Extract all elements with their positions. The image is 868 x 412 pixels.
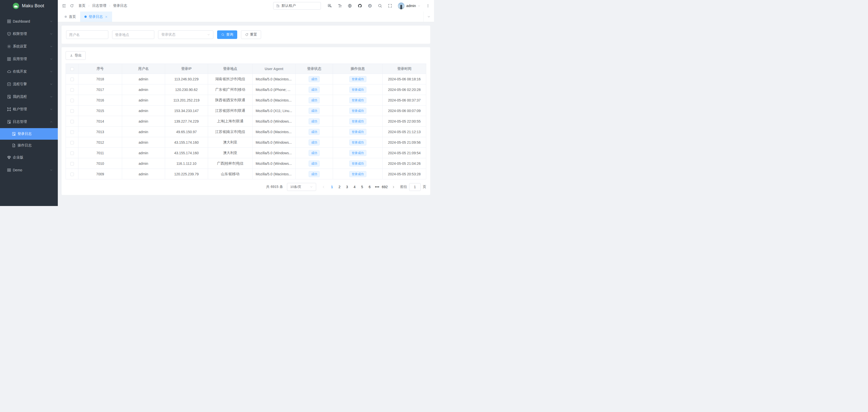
operation-badge: 登录成功 [349, 171, 366, 177]
query-button[interactable]: 查询 [217, 30, 237, 39]
font-size-icon[interactable] [338, 3, 342, 8]
github-icon[interactable] [358, 3, 362, 8]
page-number[interactable]: 6 [366, 183, 373, 191]
more-vertical-icon[interactable] [426, 4, 430, 8]
globe-icon[interactable] [347, 3, 352, 8]
page-size-select[interactable]: 10条/页 [287, 183, 316, 191]
sidebar-item-system-settings[interactable]: 系统设置 [0, 40, 58, 53]
sidebar-item-online-dev[interactable]: 在线开发 [0, 65, 58, 78]
cell-ip: 113.201.252.219 [165, 95, 208, 105]
cell-user-agent: Mozilla/5.0 (Macintos... [253, 169, 296, 179]
column-header: 操作信息 [333, 64, 382, 74]
tab-label: 登录日志 [89, 14, 103, 19]
breadcrumb-item[interactable]: 日志管理 [92, 3, 106, 8]
page-number[interactable]: 2 [336, 183, 343, 191]
sidebar: Maku Boot Dashboard权限管理系统设置应用管理在线开发流程引擎我… [0, 0, 58, 206]
select-all-checkbox[interactable] [70, 67, 74, 71]
table-header-row: 序号用户名登录IP登录地点User Agent登录状态操作信息登录时间 [66, 64, 426, 74]
column-header: 登录时间 [382, 64, 426, 74]
username-input[interactable] [66, 30, 108, 39]
chevron-down-icon [50, 95, 53, 98]
goto-page-input[interactable] [409, 183, 421, 191]
page-number[interactable]: 1 [328, 183, 336, 191]
tenant-select[interactable]: 默认租户 [273, 2, 321, 9]
page-number[interactable]: 4 [351, 183, 359, 191]
table-row: 7009admin120.225.239.79山东省|移动Mozilla/5.0… [66, 169, 426, 179]
row-checkbox[interactable] [70, 141, 74, 145]
gitee-icon[interactable] [368, 3, 372, 8]
row-checkbox[interactable] [70, 99, 74, 102]
row-checkbox[interactable] [70, 109, 74, 113]
operation-badge: 登录成功 [349, 139, 366, 146]
page-number[interactable]: 692 [381, 183, 389, 191]
breadcrumb-item[interactable]: 首页 [79, 3, 86, 8]
export-button[interactable]: 导出 [66, 51, 86, 60]
prev-page-button[interactable] [320, 183, 327, 191]
sidebar-item-label: 我的流程 [13, 94, 48, 99]
search-icon[interactable] [378, 3, 382, 8]
sidebar-item-log-management[interactable]: 日志管理 [0, 116, 58, 128]
row-checkbox[interactable] [70, 120, 74, 123]
close-icon[interactable] [105, 15, 108, 18]
sidebar-item-app-management[interactable]: 应用管理 [0, 53, 58, 65]
next-page-button[interactable] [390, 183, 397, 191]
sidebar-collapse-icon[interactable] [62, 3, 66, 8]
sidebar-item-login-log[interactable]: 登录日志 [0, 128, 58, 140]
row-checkbox[interactable] [70, 152, 74, 155]
breadcrumb-item[interactable]: 登录日志 [113, 3, 127, 8]
sidebar-item-operate-log[interactable]: 操作日志 [0, 140, 58, 151]
cell-id: 7018 [79, 74, 122, 85]
row-checkbox[interactable] [70, 130, 74, 134]
tabs-dropdown-button[interactable] [424, 11, 434, 22]
row-checkbox[interactable] [70, 88, 74, 92]
sidebar-item-my-workflow[interactable]: 我的流程 [0, 90, 58, 103]
user-menu[interactable]: admin [398, 2, 421, 9]
operation-badge: 登录成功 [349, 129, 366, 135]
cell-ip: 113.246.93.229 [165, 74, 208, 85]
chevron-right-icon [88, 4, 90, 7]
tabbar: 首页登录日志 [58, 11, 434, 22]
cell-time: 2024-05-05 20:53:28 [382, 169, 426, 179]
sidebar-item-enterprise[interactable]: 企业版 [0, 151, 58, 164]
cell-ip: 153.34.233.147 [165, 105, 208, 116]
breadcrumb: 首页日志管理登录日志 [79, 3, 127, 8]
cell-status: 成功 [296, 127, 333, 137]
sidebar-item-tenant-management[interactable]: 租户管理 [0, 103, 58, 116]
page-number[interactable]: 5 [359, 183, 366, 191]
sidebar-item-permission[interactable]: 权限管理 [0, 28, 58, 40]
avatar [398, 2, 405, 9]
sidebar-item-dashboard[interactable]: Dashboard [0, 15, 58, 28]
tab-登录日志[interactable]: 登录日志 [80, 11, 112, 22]
cell-user-agent: Mozilla/5.0 (iPhone; ... [253, 85, 296, 95]
row-checkbox[interactable] [70, 77, 74, 81]
chevron-down-icon [310, 185, 313, 188]
page-number[interactable]: 3 [343, 183, 351, 191]
cell-time: 2024-05-05 21:04:26 [382, 158, 426, 169]
tabs: 首页登录日志 [60, 11, 112, 22]
sidebar-item-label: 企业版 [13, 155, 53, 160]
cell-status: 成功 [296, 105, 333, 116]
row-checkbox[interactable] [70, 172, 74, 176]
cell-status: 成功 [296, 85, 333, 95]
app-logo[interactable]: Maku Boot [0, 0, 58, 11]
cloud-icon [7, 69, 11, 74]
cell-ip: 49.65.150.97 [165, 127, 208, 137]
tenant-value: 默认租户 [282, 3, 296, 8]
column-header: 登录地点 [208, 64, 252, 74]
reset-button[interactable]: 重置 [241, 30, 261, 39]
location-input[interactable] [112, 30, 154, 39]
cell-operation: 登录成功 [333, 95, 382, 105]
status-select[interactable]: 登录状态 [158, 30, 213, 39]
cell-location: 广东省|广州市|移动 [208, 85, 252, 95]
translate-icon[interactable] [328, 3, 332, 8]
cell-username: admin [122, 116, 165, 127]
fullscreen-icon[interactable] [388, 3, 392, 8]
logo-icon [12, 2, 19, 9]
row-select-cell [66, 95, 79, 105]
sidebar-item-workflow-engine[interactable]: 流程引擎 [0, 78, 58, 90]
operation-badge: 登录成功 [349, 161, 366, 166]
tab-首页[interactable]: 首页 [60, 11, 80, 22]
refresh-icon[interactable] [70, 4, 74, 8]
sidebar-item-demo[interactable]: Demo [0, 164, 58, 177]
row-checkbox[interactable] [70, 162, 74, 165]
